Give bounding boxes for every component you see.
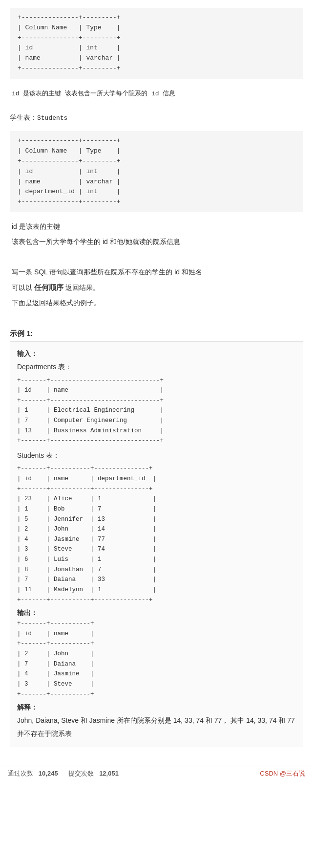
students-table-label: Students 表： [17, 449, 296, 462]
explanation-text: John, Daiana, Steve 和 Jasmine 所在的院系分别是 1… [17, 714, 296, 740]
pass-count: 10,245 [39, 770, 58, 777]
example1-dept-table: +-------+------------------------------+… [17, 376, 296, 446]
submit-label: 提交次数 [68, 770, 94, 777]
example1-block: 输入： Departments 表： +-------+------------… [10, 341, 303, 748]
example1-output-table: +-------+-----------+ | id | name | +---… [17, 619, 296, 699]
input-label: 输入： [17, 350, 296, 358]
query-desc: 写一条 SQL 语句以查询那些所在院系不存在的学生的 id 和姓名 [12, 266, 301, 279]
dept-schema: +---------------+---------+ | Column Nam… [10, 8, 303, 79]
students-desc: id 是该表的主键 该表包含一所大学每个学生的 id 和他/她就读的院系信息 [10, 215, 303, 253]
example1-students-table: +-------+-----------+---------------+ | … [17, 464, 296, 605]
example-note: 下面是返回结果格式的例子。 [12, 296, 301, 310]
footer-stats: 通过次数 10,245 提交次数 12,051 [8, 769, 119, 778]
order-note: 可以以 任何顺序 返回结果。 [12, 281, 301, 295]
students-schema: +---------------+---------+ | Column Nam… [10, 131, 303, 212]
dept-desc: id 是该表的主键 该表包含一所大学每个院系的 id 信息 [10, 82, 303, 105]
dept-pk-note: id 是该表的主键 该表包含一所大学每个院系的 id 信息 [12, 90, 175, 97]
footer-bar: 通过次数 10,245 提交次数 12,051 CSDN @三石说 [0, 765, 313, 782]
submit-count: 12,051 [99, 770, 119, 777]
pass-label: 通过次数 [8, 770, 33, 777]
brand: CSDN @三石说 [260, 769, 305, 778]
query-desc-section: 写一条 SQL 语句以查询那些所在院系不存在的学生的 id 和姓名 可以以 任何… [10, 261, 303, 314]
output-label: 输出： [17, 609, 296, 618]
students-section-label: 学生表：Students [10, 113, 303, 122]
explanation-label: 解释： [17, 703, 296, 712]
example1-title: 示例 1: [10, 329, 303, 338]
departments-table-label: Departments 表： [17, 360, 296, 374]
